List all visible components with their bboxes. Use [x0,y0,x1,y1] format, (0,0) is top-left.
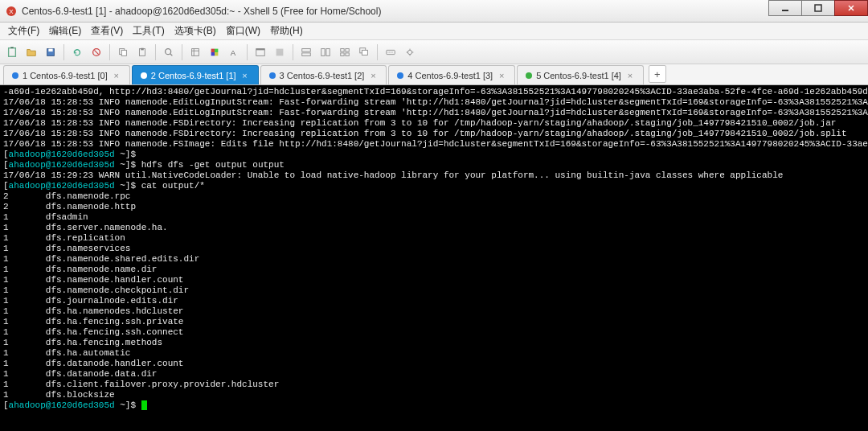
toolbar-separator [377,44,378,60]
session-tab[interactable]: 2 Centos-6.9-test1 [1]× [132,65,259,84]
svg-rect-28 [341,52,344,55]
reconnect-icon[interactable] [68,43,86,61]
paste-icon[interactable] [133,43,151,61]
svg-rect-24 [321,48,325,55]
session-tab[interactable]: 4 Centos-6.9-test1 [3]× [388,65,515,84]
menu-view[interactable]: 查看(V) [86,23,128,39]
session-tab[interactable]: 5 Centos-6.9-test1 [4]× [517,65,644,84]
copy-icon[interactable] [114,43,132,61]
tab-close-icon[interactable]: × [497,71,506,80]
svg-rect-21 [276,48,284,55]
window-titlebar: X Centos-6.9-test1 [1] - ahadoop@1620d6e… [0,0,868,23]
svg-rect-4 [9,47,16,56]
svg-rect-11 [141,47,144,50]
svg-rect-15 [215,48,218,51]
terminal-output[interactable]: -a69d-1e262abb459d, http://hd3:8480/getJ… [0,85,868,431]
svg-rect-26 [341,48,344,51]
font-icon[interactable]: A [225,43,243,61]
color-scheme-icon[interactable] [206,43,223,61]
transparency-icon[interactable] [271,43,289,61]
menu-file[interactable]: 文件(F) [3,23,44,39]
svg-rect-6 [48,48,52,51]
fullscreen-icon[interactable] [252,43,269,61]
menubar: 文件(F) 编辑(E) 查看(V) 工具(T) 选项卡(B) 窗口(W) 帮助(… [0,23,868,40]
tile-grid-icon[interactable] [336,43,354,61]
maximize-button[interactable] [801,0,835,16]
properties-icon[interactable] [186,43,204,61]
tab-close-icon[interactable]: × [625,71,635,80]
menu-tools[interactable]: 工具(T) [128,23,169,39]
toolbar-separator [247,44,248,60]
tab-label: 2 Centos-6.9-test1 [1] [151,71,236,80]
tab-status-dot-icon [526,72,532,79]
tab-status-dot-icon [269,72,276,79]
toolbar-separator [109,44,110,60]
toolbar-separator [155,44,156,60]
tile-horizontal-icon[interactable] [297,43,315,61]
tab-label: 5 Centos-6.9-test1 [4] [536,71,621,80]
tab-close-icon[interactable]: × [112,71,121,80]
tile-vertical-icon[interactable] [317,43,334,61]
svg-rect-29 [346,52,349,55]
toolbar-separator [182,44,182,60]
svg-rect-31 [362,50,367,55]
menu-window[interactable]: 窗口(W) [221,23,265,39]
tab-status-dot-icon [141,72,147,79]
tab-label: 3 Centos-6.9-test1 [2] [280,71,365,80]
svg-rect-14 [211,48,215,51]
cursor [141,400,147,410]
svg-rect-9 [121,50,126,55]
svg-text:X: X [9,8,14,15]
tab-close-icon[interactable]: × [240,71,250,80]
svg-point-33 [407,50,411,54]
app-icon: X [5,5,18,18]
cascade-icon[interactable] [355,43,373,61]
new-session-icon[interactable] [3,43,21,61]
tab-label: 1 Centos-6.9-test1 [0] [23,71,108,80]
svg-rect-13 [192,48,199,55]
svg-rect-16 [211,52,215,55]
toolbar-separator [63,44,64,60]
svg-rect-27 [346,48,349,51]
disconnect-icon[interactable] [88,43,105,61]
menu-edit[interactable]: 编辑(E) [44,23,86,39]
svg-rect-2 [782,10,788,11]
open-folder-icon[interactable] [23,43,40,61]
session-tabbar: 1 Centos-6.9-test1 [0]×2 Centos-6.9-test… [0,64,868,85]
tab-close-icon[interactable]: × [368,71,378,80]
session-tab[interactable]: 1 Centos-6.9-test1 [0]× [3,65,130,84]
find-icon[interactable] [160,43,178,61]
save-icon[interactable] [42,43,59,61]
new-tab-button[interactable]: + [649,65,666,83]
tab-status-dot-icon [397,72,403,79]
session-tab[interactable]: 3 Centos-6.9-test1 [2]× [260,65,387,84]
close-button[interactable] [834,0,868,16]
svg-rect-22 [302,48,311,51]
svg-rect-17 [215,52,218,55]
toolbar-separator [293,44,293,60]
svg-point-12 [166,48,171,54]
svg-rect-25 [326,48,330,55]
settings-icon[interactable] [401,43,419,61]
toolbar: A [0,40,868,64]
tab-label: 4 Centos-6.9-test1 [3] [407,71,493,80]
menu-help[interactable]: 帮助(H) [265,23,308,39]
window-title: Centos-6.9-test1 [1] - ahadoop@1620d6ed3… [22,6,769,17]
tab-status-dot-icon [12,72,18,79]
menu-tabs[interactable]: 选项卡(B) [170,23,221,39]
key-map-icon[interactable] [382,43,399,61]
svg-rect-23 [302,52,311,55]
svg-rect-3 [815,5,821,11]
svg-text:A: A [231,47,236,56]
svg-rect-20 [256,48,265,50]
minimize-button[interactable] [768,0,802,16]
